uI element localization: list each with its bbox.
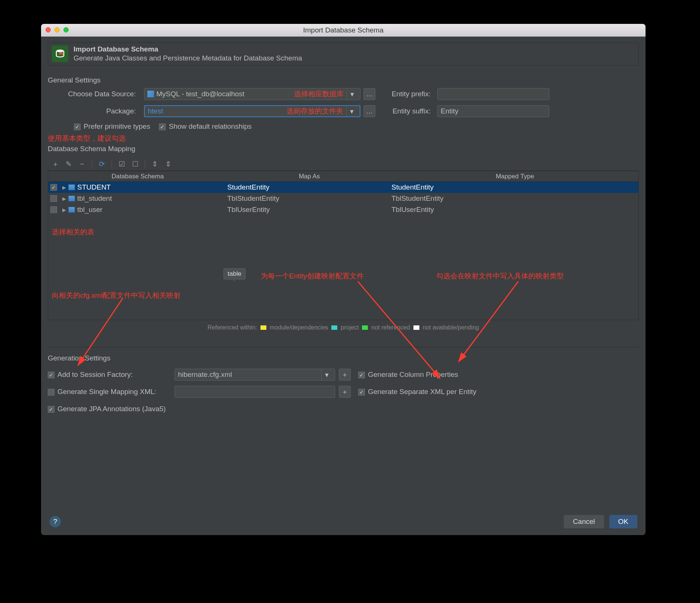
mapping-type-annotation: 勾选会在映射文件中写入具体的映射类型 xyxy=(436,271,564,281)
browse-datasource-button[interactable]: … xyxy=(363,88,375,100)
generation-settings-label: Generation Settings xyxy=(48,354,646,362)
table-icon xyxy=(68,196,75,201)
schema-mapping-label: Database Schema Mapping xyxy=(48,145,646,153)
package-value: htest xyxy=(148,107,287,115)
chevron-down-icon[interactable]: ▾ xyxy=(346,106,357,116)
checkbox-icon xyxy=(159,124,166,130)
zoom-icon[interactable] xyxy=(63,27,69,32)
data-source-label: Choose Data Source: xyxy=(48,90,141,98)
table-header: Database Schema Map As Mapped Type xyxy=(48,171,638,182)
show-default-rel-checkbox[interactable]: Show default relationships xyxy=(159,122,251,131)
checkbox-icon xyxy=(48,372,54,378)
session-factory-combo[interactable]: hibernate.cfg.xml ▾ xyxy=(175,369,335,381)
ok-button[interactable]: OK xyxy=(609,515,637,528)
row-checkbox[interactable] xyxy=(50,184,57,191)
select-all-icon[interactable]: ☑ xyxy=(116,159,127,169)
remove-icon[interactable]: − xyxy=(77,159,87,169)
cfg-annotation: 向相关的cfg.xml配置文件中写入相关映射 xyxy=(52,291,181,300)
entity-prefix-label: Entity prefix: xyxy=(378,90,434,98)
table-row[interactable]: ▶STUDENT StudentEntity StudentEntity xyxy=(48,182,638,193)
mapping-toolbar: ＋ ✎ − ⟳ ☑ ☐ ⇕ ⇕ xyxy=(48,157,639,171)
dialog-subtitle: Generate Java Classes and Persistence Me… xyxy=(74,54,302,62)
edit-icon[interactable]: ✎ xyxy=(63,159,74,169)
col-mapas[interactable]: Map As xyxy=(227,173,391,180)
dialog-header: Import Database Schema Generate Java Cla… xyxy=(48,43,639,66)
expand-triangle-icon[interactable]: ▶ xyxy=(62,207,66,213)
col-mappedtype[interactable]: Mapped Type xyxy=(391,173,638,180)
dialog-title: Import Database Schema xyxy=(74,45,302,53)
data-source-value: MySQL - test_db@localhost xyxy=(156,90,294,98)
window-title: Import Database Schema xyxy=(303,26,383,34)
minimize-icon[interactable] xyxy=(54,27,60,32)
data-source-annotation: 选择相应数据库 xyxy=(294,89,344,99)
expand-icon[interactable]: ⇕ xyxy=(150,159,160,169)
per-entity-annotation: 为每一个Entity创建映射配置文件 xyxy=(261,271,364,281)
generation-settings-form: Add to Session Factory: hibernate.cfg.xm… xyxy=(48,366,639,418)
package-combo[interactable]: htest 选则存放的文件夹 ▾ xyxy=(144,105,360,117)
collapse-icon[interactable]: ⇕ xyxy=(163,159,174,169)
datasource-icon xyxy=(147,91,154,97)
reference-legend: Referenced within: module/dependencies p… xyxy=(48,322,639,333)
jpa-annotations-checkbox[interactable]: Generate JPA Annotations (Java5) xyxy=(48,405,166,413)
database-import-icon xyxy=(52,46,68,62)
primitive-annotation: 使用基本类型，建议勾选 xyxy=(48,134,646,143)
prefer-primitive-checkbox[interactable]: Prefer primitive types xyxy=(74,122,150,131)
single-xml-plus-button[interactable]: ＋ xyxy=(339,386,351,398)
add-session-plus-button[interactable]: ＋ xyxy=(339,369,351,381)
single-xml-input[interactable] xyxy=(175,386,335,398)
table-icon xyxy=(68,207,75,213)
checkbox-icon xyxy=(48,406,54,413)
swatch-project-icon xyxy=(331,325,338,330)
package-annotation: 选则存放的文件夹 xyxy=(287,106,343,116)
checkbox-icon xyxy=(358,372,365,378)
table-row[interactable]: ▶tbl_student TblStudentEntity TblStudent… xyxy=(48,193,638,204)
schema-table: Database Schema Map As Mapped Type ▶STUD… xyxy=(48,171,639,320)
dialog-window: Import Database Schema Import Database S… xyxy=(41,24,646,535)
general-settings-label: General Settings xyxy=(48,76,646,84)
close-icon[interactable] xyxy=(46,27,51,32)
package-label: Package: xyxy=(48,107,141,115)
checkbox-icon xyxy=(48,389,54,396)
svg-point-0 xyxy=(56,50,64,53)
select-tables-annotation: 选择相关的表 xyxy=(52,227,94,237)
titlebar: Import Database Schema xyxy=(41,24,646,37)
sep-xml-checkbox[interactable]: Generate Separate XML per Entity xyxy=(358,388,476,396)
gen-col-props-checkbox[interactable]: Generate Column Properties xyxy=(358,371,458,379)
single-xml-checkbox[interactable]: Generate Single Mapping XML: xyxy=(48,388,156,396)
entity-suffix-label: Entity suffix: xyxy=(378,107,434,115)
svg-line-3 xyxy=(459,281,518,362)
cancel-button[interactable]: Cancel xyxy=(564,515,604,528)
col-schema[interactable]: Database Schema xyxy=(48,173,227,180)
add-session-checkbox[interactable]: Add to Session Factory: xyxy=(48,371,133,379)
checkbox-icon xyxy=(74,124,81,130)
data-source-combo[interactable]: MySQL - test_db@localhost 选择相应数据库 ▾ xyxy=(144,88,360,100)
refresh-icon[interactable]: ⟳ xyxy=(97,159,107,169)
entity-suffix-input[interactable]: Entity xyxy=(437,105,549,117)
add-icon[interactable]: ＋ xyxy=(50,159,60,169)
swatch-notref-icon xyxy=(362,325,368,330)
window-controls xyxy=(46,27,69,32)
browse-package-button[interactable]: … xyxy=(363,105,375,117)
expand-triangle-icon[interactable]: ▶ xyxy=(62,196,66,201)
row-checkbox[interactable] xyxy=(50,206,57,213)
table-icon xyxy=(68,184,75,190)
table-tooltip: table xyxy=(224,268,246,279)
swatch-na-icon xyxy=(413,325,420,330)
swatch-module-icon xyxy=(260,325,267,330)
checkbox-icon xyxy=(358,389,365,396)
entity-prefix-input[interactable] xyxy=(437,88,549,100)
chevron-down-icon[interactable]: ▾ xyxy=(347,88,357,100)
expand-triangle-icon[interactable]: ▶ xyxy=(62,185,66,190)
chevron-down-icon[interactable]: ▾ xyxy=(321,369,332,380)
table-row[interactable]: ▶tbl_user TblUserEntity TblUserEntity xyxy=(48,204,638,215)
row-checkbox[interactable] xyxy=(50,195,57,202)
deselect-all-icon[interactable]: ☐ xyxy=(130,159,140,169)
general-settings-form: Choose Data Source: MySQL - test_db@loca… xyxy=(48,88,639,131)
